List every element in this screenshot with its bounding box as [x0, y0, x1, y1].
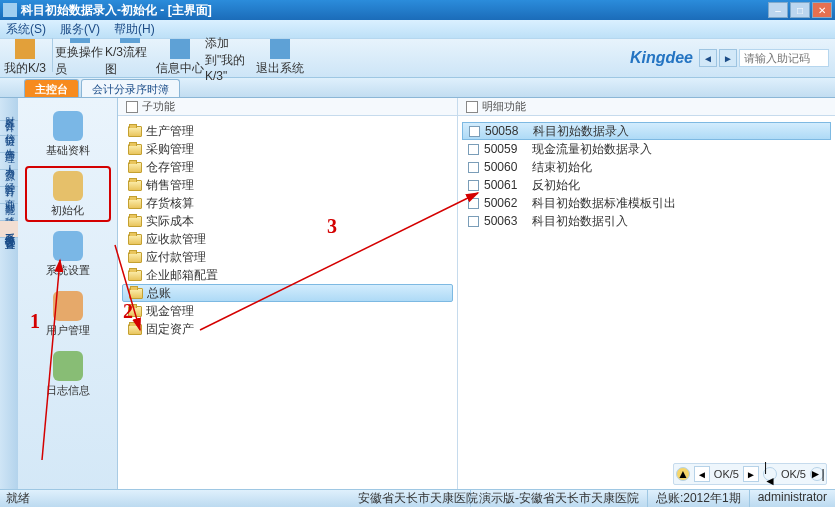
statusbar: 就绪 安徽省天长市天康医院 演示版-安徽省天长市天康医院 总账:2012年1期 …	[0, 489, 835, 507]
tab-main-console[interactable]: 主控台	[24, 79, 79, 97]
sub-item-label: 生产管理	[146, 123, 194, 140]
detail-panel-header: 明细功能	[458, 98, 835, 116]
sidetab-3[interactable]: 人力资源	[0, 153, 18, 170]
pager-prev-button[interactable]: ◄	[694, 466, 710, 482]
detail-checkbox[interactable]	[468, 180, 479, 191]
toolbar: 我的K/3更换操作员K/3流程图信息中心添加到"我的K/3"退出系统 Kingd…	[0, 38, 835, 78]
sub-item-企业邮箱配置[interactable]: 企业邮箱配置	[122, 266, 453, 284]
nav-back-button[interactable]: ◄	[699, 49, 717, 67]
tab-row: 主控台 会计分录序时簿	[0, 78, 835, 98]
pager-last-button[interactable]: ►|	[810, 467, 824, 481]
detail-item-50059[interactable]: 50059现金流量初始数据录入	[462, 140, 831, 158]
sub-item-label: 企业邮箱配置	[146, 267, 218, 284]
sub-panel-body: 生产管理采购管理仓存管理销售管理存货核算实际成本应收款管理应付款管理企业邮箱配置…	[118, 116, 457, 491]
pager-first-button[interactable]: |◄	[763, 467, 777, 481]
sub-item-采购管理[interactable]: 采购管理	[122, 140, 453, 158]
nav-item-初始化[interactable]: 初始化	[25, 166, 111, 222]
menu-service[interactable]: 服务(V)	[60, 21, 100, 38]
sub-item-实际成本[interactable]: 实际成本	[122, 212, 453, 230]
detail-item-50060[interactable]: 50060结束初始化	[462, 158, 831, 176]
detail-code: 50061	[484, 178, 524, 192]
tab-journal[interactable]: 会计分录序时簿	[81, 79, 180, 97]
toolbar-icon	[270, 39, 290, 59]
toolbar-添加到"我的K/3"[interactable]: 添加到"我的K/3"	[205, 38, 255, 78]
sub-item-label: 实际成本	[146, 213, 194, 230]
toolbar-icon	[70, 38, 90, 43]
sub-item-总账[interactable]: 总账	[122, 284, 453, 302]
sub-item-label: 采购管理	[146, 141, 194, 158]
sidetab-7[interactable]: 系统设置	[0, 221, 18, 238]
pager-right-text: OK/5	[781, 468, 806, 480]
sub-item-label: 仓存管理	[146, 159, 194, 176]
pager-up-button[interactable]: ▲	[676, 467, 690, 481]
sub-item-应收款管理[interactable]: 应收款管理	[122, 230, 453, 248]
detail-checkbox[interactable]	[468, 216, 479, 227]
nav-icon	[53, 291, 83, 321]
toolbar-label: 我的K/3	[4, 60, 46, 77]
help-search-input[interactable]	[739, 49, 829, 67]
toolbar-退出系统[interactable]: 退出系统	[255, 38, 305, 78]
status-user: administrator	[749, 490, 835, 507]
detail-item-50062[interactable]: 50062科目初始数据标准模板引出	[462, 194, 831, 212]
titlebar: 科目初始数据录入-初始化 - [主界面] – □ ✕	[0, 0, 835, 20]
menu-system[interactable]: 系统(S)	[6, 21, 46, 38]
sidetab-5[interactable]: 商业智能	[0, 187, 18, 204]
toolbar-更换操作员[interactable]: 更换操作员	[55, 38, 105, 78]
nav-item-基础资料[interactable]: 基础资料	[25, 106, 111, 162]
detail-label: 科目初始数据引入	[532, 213, 628, 230]
maximize-button[interactable]: □	[790, 2, 810, 18]
folder-icon	[128, 162, 142, 173]
toolbar-信息中心[interactable]: 信息中心	[155, 38, 205, 78]
nav-icon	[53, 171, 83, 201]
nav-item-用户管理[interactable]: 用户管理	[25, 286, 111, 342]
sub-item-存货核算[interactable]: 存货核算	[122, 194, 453, 212]
sub-item-固定资产[interactable]: 固定资产	[122, 320, 453, 338]
nav-forward-button[interactable]: ►	[719, 49, 737, 67]
sub-item-销售管理[interactable]: 销售管理	[122, 176, 453, 194]
nav-icon	[53, 351, 83, 381]
detail-checkbox[interactable]	[468, 144, 479, 155]
kingdee-logo: Kingdee	[630, 49, 693, 67]
sub-item-仓存管理[interactable]: 仓存管理	[122, 158, 453, 176]
sidetab-2[interactable]: 生产管理	[0, 136, 18, 153]
detail-checkbox[interactable]	[468, 198, 479, 209]
vertical-sidetabs: 财务会计信贷链生产管理人力资源经营方针商业智能移动商务系统设置	[0, 98, 18, 491]
nav-item-日志信息[interactable]: 日志信息	[25, 346, 111, 402]
sidetab-6[interactable]: 移动商务	[0, 204, 18, 221]
sub-item-现金管理[interactable]: 现金管理	[122, 302, 453, 320]
toolbar-我的K/3[interactable]: 我的K/3	[0, 38, 50, 78]
folder-icon	[128, 144, 142, 155]
sidetab-0[interactable]: 财务会计	[0, 104, 18, 121]
nav-icon	[53, 111, 83, 141]
toolbar-label: 更换操作员	[55, 44, 105, 78]
detail-item-50063[interactable]: 50063科目初始数据引入	[462, 212, 831, 230]
close-button[interactable]: ✕	[812, 2, 832, 18]
sub-item-生产管理[interactable]: 生产管理	[122, 122, 453, 140]
folder-icon	[128, 324, 142, 335]
sidetab-1[interactable]: 信贷链	[0, 121, 18, 136]
sub-item-label: 存货核算	[146, 195, 194, 212]
detail-checkbox[interactable]	[469, 126, 480, 137]
status-left: 就绪	[0, 490, 30, 507]
toolbar-label: 退出系统	[256, 60, 304, 77]
sidetab-4[interactable]: 经营方针	[0, 170, 18, 187]
detail-label: 反初始化	[532, 177, 580, 194]
pager-next-button[interactable]: ►	[743, 466, 759, 482]
detail-checkbox[interactable]	[468, 162, 479, 173]
folder-icon	[128, 270, 142, 281]
detail-code: 50063	[484, 214, 524, 228]
menu-help[interactable]: 帮助(H)	[114, 21, 155, 38]
nav-item-系统设置[interactable]: 系统设置	[25, 226, 111, 282]
sub-item-应付款管理[interactable]: 应付款管理	[122, 248, 453, 266]
toolbar-label: K/3流程图	[105, 44, 155, 78]
detail-item-50058[interactable]: 50058科目初始数据录入	[462, 122, 831, 140]
detail-item-50061[interactable]: 50061反初始化	[462, 176, 831, 194]
nav-label: 用户管理	[46, 323, 90, 338]
app-icon	[3, 3, 17, 17]
toolbar-K/3流程图[interactable]: K/3流程图	[105, 38, 155, 78]
toolbar-icon	[15, 39, 35, 59]
folder-icon	[128, 306, 142, 317]
sub-item-label: 应付款管理	[146, 249, 206, 266]
folder-icon	[128, 180, 142, 191]
minimize-button[interactable]: –	[768, 2, 788, 18]
